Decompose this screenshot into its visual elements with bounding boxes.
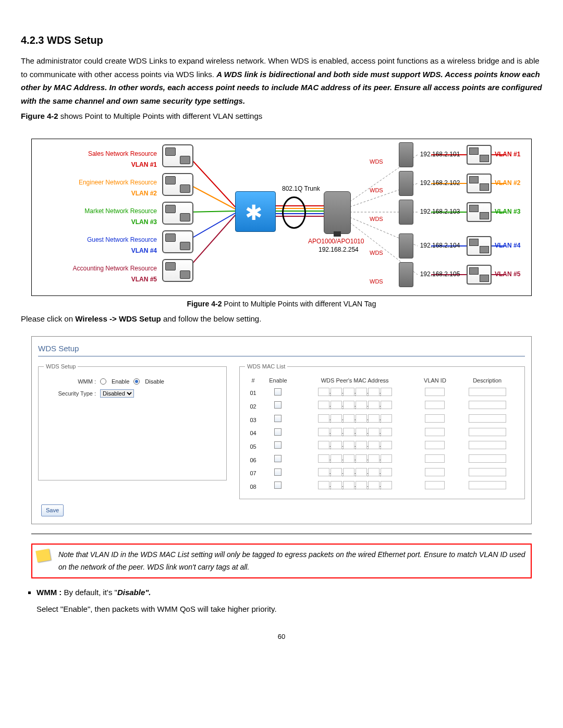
wmm-a: By default, it's " <box>64 588 117 597</box>
vlan-id-input[interactable] <box>425 468 445 476</box>
mac-octet-input[interactable] <box>343 428 354 436</box>
wds-label: WDS <box>370 248 383 258</box>
mac-octet-input[interactable] <box>368 481 380 489</box>
vlan-id-input[interactable] <box>425 414 445 423</box>
mac-cell: ::::: <box>295 400 415 413</box>
description-input[interactable] <box>469 414 506 423</box>
resource-label-2: Engineer Network Resource <box>79 177 157 188</box>
mac-octet-input[interactable] <box>356 401 367 409</box>
enable-checkbox[interactable] <box>274 441 282 449</box>
mac-octet-input[interactable] <box>356 454 367 463</box>
mac-octet-input[interactable] <box>318 454 329 463</box>
mac-octet-input[interactable] <box>318 401 329 409</box>
mac-octet-input[interactable] <box>381 414 392 423</box>
mac-octet-input[interactable] <box>356 414 367 423</box>
row-num: 04 <box>245 427 261 440</box>
col-num: # <box>245 375 261 387</box>
mac-octet-input[interactable] <box>343 441 354 449</box>
enable-checkbox[interactable] <box>274 401 282 409</box>
row-num: 07 <box>245 467 261 480</box>
mac-octet-input[interactable] <box>381 401 392 409</box>
mac-octet-input[interactable] <box>368 468 380 476</box>
description-input[interactable] <box>469 388 506 396</box>
mac-cell: ::::: <box>295 387 415 400</box>
mac-octet-input[interactable] <box>318 441 329 449</box>
description-input[interactable] <box>469 454 506 463</box>
mac-octet-input[interactable] <box>381 468 392 476</box>
mac-octet-input[interactable] <box>381 481 392 489</box>
vlan-id-input[interactable] <box>425 481 445 489</box>
right-vlan-2: VLAN #2 <box>495 178 526 188</box>
mac-octet-input[interactable] <box>343 388 354 396</box>
mac-octet-input[interactable] <box>356 481 367 489</box>
vlan-id-input[interactable] <box>425 454 445 463</box>
mac-octet-input[interactable] <box>381 428 392 436</box>
access-point-icon <box>399 142 413 167</box>
wds-label: WDS <box>370 186 383 195</box>
table-row: 08::::: <box>245 480 519 493</box>
right-ip-4: 192.168.2.104 <box>417 240 463 251</box>
mac-octet-input[interactable] <box>331 481 342 489</box>
description-input[interactable] <box>469 468 506 476</box>
vlan-id-input[interactable] <box>425 428 445 436</box>
access-point-icon <box>399 171 413 196</box>
mac-octet-input[interactable] <box>381 454 392 463</box>
mac-octet-input[interactable] <box>331 468 342 476</box>
mac-octet-input[interactable] <box>318 388 329 396</box>
mac-octet-input[interactable] <box>331 388 342 396</box>
description-input[interactable] <box>469 401 506 409</box>
mac-octet-input[interactable] <box>343 401 354 409</box>
description-input[interactable] <box>469 441 506 449</box>
mac-octet-input[interactable] <box>368 428 380 436</box>
mac-octet-input[interactable] <box>318 481 329 489</box>
mac-octet-input[interactable] <box>356 388 367 396</box>
mac-octet-input[interactable] <box>356 468 367 476</box>
mac-octet-input[interactable] <box>356 441 367 449</box>
mac-octet-input[interactable] <box>368 441 380 449</box>
note-text: Note that VLAN ID in the WDS MAC List se… <box>58 550 525 571</box>
mac-octet-input[interactable] <box>368 388 380 396</box>
description-input[interactable] <box>469 428 506 436</box>
mac-octet-input[interactable] <box>318 428 329 436</box>
enable-checkbox[interactable] <box>274 415 282 422</box>
mac-octet-input[interactable] <box>343 468 354 476</box>
trunk-ring-icon <box>282 196 306 229</box>
vlan-label-5: VLAN #5 <box>131 274 157 285</box>
enable-checkbox[interactable] <box>274 455 282 462</box>
vlan-id-input[interactable] <box>425 388 445 396</box>
enable-checkbox[interactable] <box>274 428 282 436</box>
wds-setup-legend: WDS Setup <box>44 362 78 372</box>
wmm-disable-radio[interactable] <box>133 378 140 385</box>
security-type-select[interactable]: Disabled <box>100 389 134 398</box>
mac-octet-input[interactable] <box>331 414 342 423</box>
mac-octet-input[interactable] <box>368 454 380 463</box>
svg-line-2 <box>187 211 235 212</box>
mac-octet-input[interactable] <box>331 428 342 436</box>
wmm-enable-radio[interactable] <box>100 378 106 385</box>
enable-checkbox[interactable] <box>274 388 282 396</box>
mac-octet-input[interactable] <box>318 414 329 423</box>
save-button[interactable]: Save <box>41 504 64 516</box>
instr-path: Wireless -> WDS Setup <box>75 314 161 323</box>
mac-octet-input[interactable] <box>343 454 354 463</box>
right-ip-5: 192.168.2.105 <box>417 269 463 279</box>
mac-octet-input[interactable] <box>356 428 367 436</box>
vlan-id-input[interactable] <box>425 401 445 409</box>
description-input[interactable] <box>469 481 506 489</box>
enable-checkbox[interactable] <box>274 482 282 489</box>
wds-setup-fieldset: WDS Setup WMM : Enable Disable Security … <box>38 362 227 480</box>
pc-icon <box>467 236 492 256</box>
mac-octet-input[interactable] <box>318 468 329 476</box>
mac-octet-input[interactable] <box>343 481 354 489</box>
mac-octet-input[interactable] <box>343 414 354 423</box>
vlan-id-input[interactable] <box>425 441 445 449</box>
enable-checkbox[interactable] <box>274 468 282 476</box>
mac-octet-input[interactable] <box>331 454 342 463</box>
mac-octet-input[interactable] <box>331 441 342 449</box>
mac-octet-input[interactable] <box>381 441 392 449</box>
mac-octet-input[interactable] <box>331 401 342 409</box>
right-vlan-3: VLAN #3 <box>495 206 526 217</box>
mac-octet-input[interactable] <box>368 414 380 423</box>
mac-octet-input[interactable] <box>368 401 380 409</box>
mac-octet-input[interactable] <box>381 388 392 396</box>
